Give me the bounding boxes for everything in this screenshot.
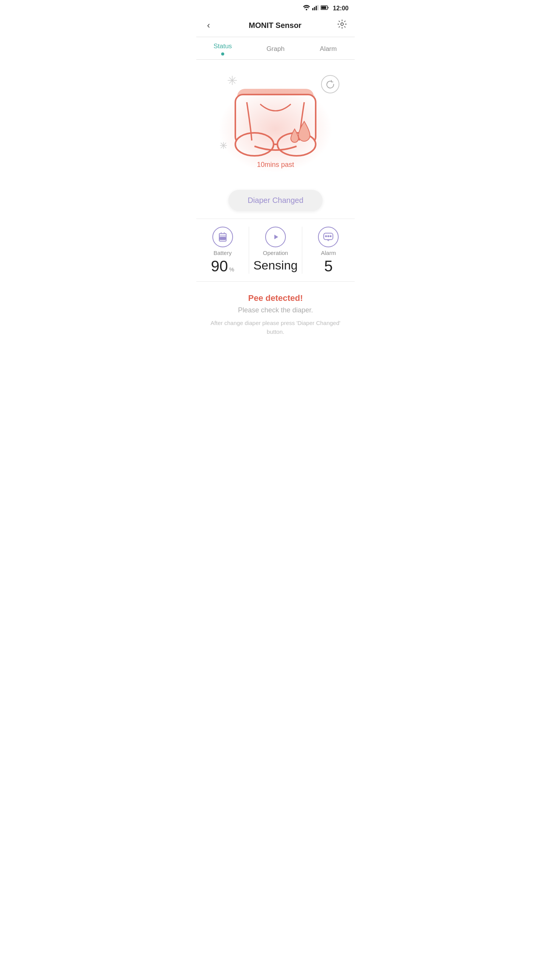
tabs-bar: Status Graph Alarm [196,37,355,60]
svg-rect-3 [316,6,317,10]
alarm-label: Alarm [321,250,336,256]
operation-stat-icon [265,227,286,247]
svg-point-33 [328,236,329,237]
page-title: MONIT Sensor [249,21,302,30]
svg-marker-30 [274,235,278,239]
alert-note: After change diaper please press 'Diaper… [204,319,347,336]
back-button[interactable]: ‹ [204,18,213,32]
tab-alarm[interactable]: Alarm [302,37,355,59]
battery-status-icon [321,5,329,12]
diaper-illustration: 10mins past [226,81,325,169]
wifi-icon [303,5,310,12]
signal-icon [312,5,318,12]
operation-stat: Operation Sensing [249,227,302,274]
svg-point-34 [330,236,331,237]
tab-status[interactable]: Status [196,37,249,59]
svg-point-0 [306,9,307,10]
water-drop-icon [287,119,314,146]
tab-graph[interactable]: Graph [249,37,302,59]
svg-rect-29 [220,237,225,240]
alert-title: Pee detected! [204,293,347,303]
svg-rect-7 [328,7,329,8]
alarm-stat-icon [318,227,339,247]
svg-point-32 [326,236,327,237]
diaper-changed-button[interactable]: Diaper Changed [228,190,323,211]
status-bar: 12:00 [196,0,355,15]
svg-point-8 [341,23,343,26]
svg-rect-4 [318,5,319,10]
top-nav: ‹ MONIT Sensor [196,15,355,37]
battery-unit: % [229,266,234,273]
operation-label: Operation [263,250,288,256]
battery-stat-icon [212,227,233,247]
battery-number: 90 [211,258,228,274]
status-time: 12:00 [333,5,349,12]
battery-label: Battery [214,250,232,256]
alert-description: Please check the diaper. [204,306,347,314]
alert-section: Pee detected! Please check the diaper. A… [196,289,355,340]
operation-text: Sensing [253,258,298,273]
svg-rect-1 [312,8,313,10]
operation-value: Sensing [253,258,298,273]
time-since-label: 10mins past [257,161,294,169]
main-content: 10mins past Diaper Changed Battery 90 % [196,60,355,348]
svg-rect-6 [321,7,326,9]
battery-value: 90 % [211,258,234,274]
stats-row: Battery 90 % Operation Sensing [196,219,355,282]
svg-point-23 [235,133,274,156]
diaper-area: 10mins past [204,64,347,186]
alarm-stat: Alarm 5 [302,227,355,274]
alarm-value: 5 [324,258,333,274]
settings-button[interactable] [337,19,347,31]
battery-stat: Battery 90 % [196,227,249,274]
alarm-number: 5 [324,258,333,274]
svg-rect-2 [314,7,315,10]
